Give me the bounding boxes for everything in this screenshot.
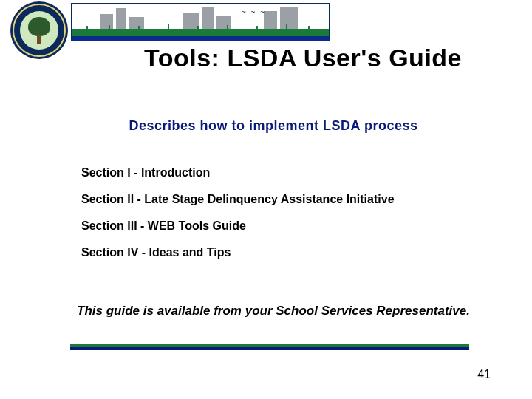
department-seal-icon [10,1,68,59]
list-item: Section IV - Ideas and Tips [81,246,466,259]
list-item: Section III - WEB Tools Guide [81,219,466,233]
list-item: Section II - Late Stage Delinquency Assi… [81,193,466,206]
slide-subtitle: Describes how to implement LSDA process [89,118,458,134]
skyline-banner-icon: ~ ~ ~ [71,3,330,41]
slide-title: Tools: LSDA User's Guide [126,44,480,72]
page-number: 41 [477,368,491,381]
divider-bar [70,344,469,352]
section-list: Section I - Introduction Section II - La… [81,166,466,273]
list-item: Section I - Introduction [81,166,466,180]
footer-note: This guide is available from your School… [74,303,473,319]
